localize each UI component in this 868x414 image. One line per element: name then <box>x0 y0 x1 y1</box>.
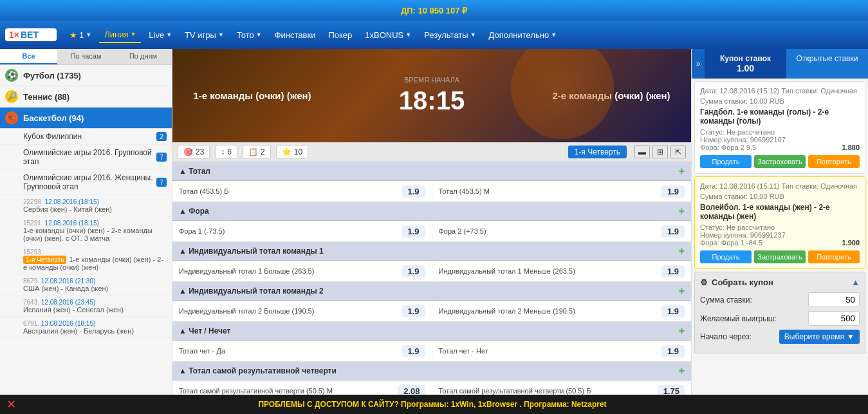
section-total[interactable]: ▲ Тотал + <box>172 162 691 181</box>
odds-value[interactable]: 1.9 <box>402 185 425 198</box>
tab-open-bets[interactable]: Открытые ставки <box>786 49 868 79</box>
center-content: 1-е команды (очки) (жен) ВРЕМЯ НАЧАЛА 18… <box>172 49 691 395</box>
repeat-button[interactable]: Повторить <box>808 250 860 263</box>
odds-cell: Тотал чет - Нет 1.9 <box>432 341 692 361</box>
list-item[interactable]: 15293. 1-я Четверть1-е команды (очки) (ж… <box>0 245 172 274</box>
left-sidebar: Все По часам По дням ⚽ Футбол (1735) 🎾 Т… <box>0 49 172 395</box>
odds-value[interactable]: 1.9 <box>402 305 425 317</box>
nav-fin[interactable]: Финставки <box>270 28 321 42</box>
foul-icon: ↕ <box>221 147 225 156</box>
section-fora[interactable]: ▲ Фора + <box>172 202 691 221</box>
sum-input[interactable] <box>808 292 860 307</box>
list-item[interactable]: 15291. 12.08.2016 (18:15) 1-е команды (о… <box>0 216 172 245</box>
section-ind-total-2[interactable]: ▲ Индивидуальный тотал команды 2 + <box>172 282 691 301</box>
logo[interactable]: 1×BET <box>5 28 57 41</box>
sport-item-basketball[interactable]: 🏀 Баскетбол (94) <box>0 108 172 129</box>
nav-favorites[interactable]: ★ 1 ▼ <box>64 28 97 42</box>
nav-bonus[interactable]: 1xBONUS ▼ <box>360 28 416 42</box>
chevron-down-icon: ▼ <box>405 32 411 38</box>
league-item-philippines[interactable]: Кубок Филиппин 2 <box>0 129 172 145</box>
odds-cell: Индивидуальный тотал 1 Больше (263.5) 1.… <box>172 261 432 281</box>
odds-cell: Индивидуальный тотал 1 Меньше (263.5) 1.… <box>432 261 692 281</box>
nav-tv-games[interactable]: TV игры ▼ <box>180 28 229 42</box>
odds-value[interactable]: 1.9 <box>402 345 425 357</box>
match-controls-bar: 🎯 23 ↕ 6 📋 2 ⭐ 10 1-я Четверть ▬ ⊞ ⇱ <box>172 142 691 162</box>
chevron-down-icon: ▼ <box>218 32 224 38</box>
star-icon: ⭐ <box>282 147 291 156</box>
league-item-olympics-group[interactable]: Олимпийские игры 2016. Групповой этап 7 <box>0 145 172 170</box>
stats-goals[interactable]: 🎯 23 <box>178 145 210 159</box>
chevron-down-icon: ▼ <box>470 32 476 38</box>
odds-row: Тотал самой результативной четверти (50.… <box>172 381 691 395</box>
nav-live[interactable]: Live ▼ <box>143 28 177 42</box>
chevron-down-icon: ▼ <box>86 32 91 38</box>
close-icon[interactable]: ✕ <box>6 397 16 411</box>
sport-item-football[interactable]: ⚽ Футбол (1735) <box>0 65 172 86</box>
dp-amount: 10 950 107 ₽ <box>418 6 467 15</box>
collect-title: Собрать купон <box>712 278 773 287</box>
odds-value[interactable]: 2.08 <box>398 385 425 395</box>
time-row: Начало через: Выберите время ▼ <box>700 330 860 344</box>
odds-value[interactable]: 1.9 <box>661 265 685 278</box>
chevron-down-icon: ▼ <box>130 31 136 37</box>
chevron-down-icon: ▼ <box>256 32 262 38</box>
odds-cell: Тотал (453.5) Б 1.9 <box>172 181 432 202</box>
odds-cell: Фора 1 (-73.5) 1.9 <box>172 221 432 241</box>
stats-cards[interactable]: 📋 2 <box>243 145 271 159</box>
odds-value[interactable]: 1.9 <box>402 265 425 278</box>
odds-value[interactable]: 1.9 <box>661 305 685 317</box>
nav-results[interactable]: Результаты ▼ <box>419 28 481 42</box>
sum-row: Сумма ставки: <box>700 292 860 307</box>
view-icon-grid[interactable]: ⊞ <box>652 146 668 158</box>
nav-more[interactable]: Дополнительно ▼ <box>484 28 562 42</box>
win-input[interactable] <box>808 311 860 326</box>
bottom-link-1[interactable]: 1xWin, 1xBrowser <box>451 400 517 409</box>
insure-button[interactable]: Застраховать <box>754 155 806 168</box>
repeat-button[interactable]: Повторить <box>808 155 860 168</box>
odds-value[interactable]: 1.75 <box>658 385 685 395</box>
stats-stars[interactable]: ⭐ 10 <box>276 145 308 159</box>
bottom-bar: ✕ ПРОБЛЕМЫ С ДОСТУПОМ К САЙТУ? Программы… <box>0 395 868 414</box>
plus-icon: + <box>679 325 685 337</box>
sport-item-tennis[interactable]: 🎾 Теннис (88) <box>0 86 172 108</box>
insure-button[interactable]: Застраховать <box>754 250 806 263</box>
odds-cell: Индивидуальный тотал 2 Меньше (190.5) 1.… <box>432 301 692 321</box>
view-icon-expand[interactable]: ⇱ <box>670 146 686 158</box>
basketball-decoration <box>511 49 614 139</box>
right-panel-arrow[interactable]: » <box>692 49 705 79</box>
league-item-olympics-women[interactable]: Олимпийские игры 2016. Женщины. Группово… <box>0 170 172 195</box>
odds-value[interactable]: 1.9 <box>661 225 685 238</box>
bet-card-2: Дата: 12.08.2016 (15:11) Тип ставки: Оди… <box>694 176 865 269</box>
sidebar-tab-all[interactable]: Все <box>0 49 57 64</box>
odds-value[interactable]: 1.9 <box>661 345 685 357</box>
plus-icon: + <box>679 205 685 217</box>
view-icons: ▬ ⊞ ⇱ <box>634 146 686 158</box>
stats-fouls[interactable]: ↕ 6 <box>215 145 237 159</box>
sell-button[interactable]: Продать <box>700 155 752 168</box>
time-select-button[interactable]: Выберите время ▼ <box>779 330 860 344</box>
section-even-odd[interactable]: ▲ Чет / Нечет + <box>172 322 691 341</box>
sidebar-tab-hours[interactable]: По часам <box>57 49 115 64</box>
list-item[interactable]: 22298. 12.08.2016 (18:15) Сербия (жен) -… <box>0 195 172 216</box>
odds-value[interactable]: 1.9 <box>661 185 685 198</box>
nav-liniya[interactable]: Линия ▼ <box>99 27 141 43</box>
list-item[interactable]: 6791. 13.08.2016 (18:15) Австралия (жен)… <box>0 317 172 338</box>
odds-cell: Тотал самой результативной четверти (50.… <box>432 381 692 395</box>
section-ind-total-1[interactable]: ▲ Индивидуальный тотал команды 1 + <box>172 242 691 261</box>
view-icon-list[interactable]: ▬ <box>634 146 650 158</box>
list-item[interactable]: 7643. 12.08.2016 (23:45) Испания (жен) -… <box>0 296 172 317</box>
tab-coupon[interactable]: Купон ставок1.00 <box>705 49 786 79</box>
list-item[interactable]: 8679. 12.08.2016 (21:30) США (жен) - Кан… <box>0 274 172 296</box>
section-most-productive[interactable]: ▲ Тотал самой результативной четверти + <box>172 362 691 381</box>
sell-button[interactable]: Продать <box>700 250 752 263</box>
target-icon: 🎯 <box>183 147 193 156</box>
sidebar-tab-days[interactable]: По дням <box>115 49 172 64</box>
odds-value[interactable]: 1.9 <box>402 225 425 238</box>
collect-coupon-section: ⚙ Собрать купон ▲ Сумма ставки: Желаемый… <box>694 272 865 353</box>
collapse-icon[interactable]: ▲ <box>851 278 860 287</box>
bottom-link-2[interactable]: Netzapret <box>571 400 607 409</box>
match-time-center: ВРЕМЯ НАЧАЛА 18:15 <box>399 76 465 115</box>
nav-toto[interactable]: Тото ▼ <box>232 28 267 42</box>
nav-poker[interactable]: Покер <box>323 28 357 42</box>
bet-actions-1: Продать Застраховать Повторить <box>700 155 860 168</box>
